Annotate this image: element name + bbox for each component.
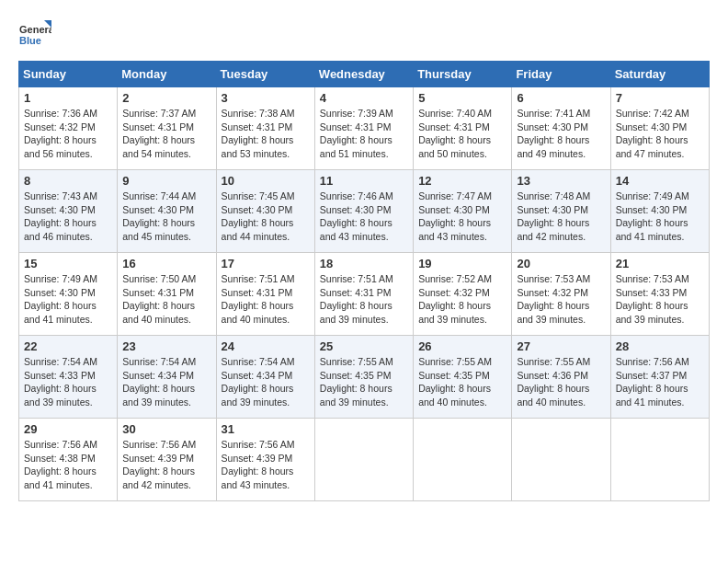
cell-details: Sunrise: 7:49 AMSunset: 4:30 PMDaylight:… [24, 272, 112, 327]
cell-details: Sunrise: 7:55 AMSunset: 4:36 PMDaylight:… [517, 355, 605, 409]
day-number: 22 [24, 339, 112, 353]
col-header-thursday: Thursday [414, 62, 512, 87]
day-number: 7 [616, 91, 704, 105]
calendar-week-row: 22Sunrise: 7:54 AMSunset: 4:33 PMDayligh… [19, 336, 710, 419]
cell-details: Sunrise: 7:42 AMSunset: 4:30 PMDaylight:… [616, 107, 704, 161]
calendar-cell: 8Sunrise: 7:43 AMSunset: 4:30 PMDaylight… [19, 170, 118, 253]
cell-details: Sunrise: 7:44 AMSunset: 4:30 PMDaylight:… [122, 190, 210, 244]
page-header: General Blue [18, 18, 710, 52]
calendar-week-row: 15Sunrise: 7:49 AMSunset: 4:30 PMDayligh… [19, 253, 710, 336]
day-number: 12 [418, 174, 506, 188]
calendar-cell: 26Sunrise: 7:55 AMSunset: 4:35 PMDayligh… [414, 336, 512, 419]
calendar-cell: 28Sunrise: 7:56 AMSunset: 4:37 PMDayligh… [610, 336, 709, 419]
day-number: 18 [320, 257, 408, 270]
day-number: 13 [517, 174, 605, 188]
calendar-cell: 14Sunrise: 7:49 AMSunset: 4:30 PMDayligh… [610, 170, 709, 253]
day-number: 17 [222, 257, 310, 270]
logo: General Blue [18, 18, 51, 52]
day-number: 30 [122, 422, 210, 436]
calendar-week-row: 8Sunrise: 7:43 AMSunset: 4:30 PMDaylight… [19, 170, 710, 253]
calendar-cell: 18Sunrise: 7:51 AMSunset: 4:31 PMDayligh… [314, 253, 413, 336]
calendar-cell: 6Sunrise: 7:41 AMSunset: 4:30 PMDaylight… [512, 87, 610, 170]
day-number: 15 [24, 257, 112, 270]
calendar-cell: 1Sunrise: 7:36 AMSunset: 4:32 PMDaylight… [19, 87, 118, 170]
calendar-cell: 22Sunrise: 7:54 AMSunset: 4:33 PMDayligh… [19, 336, 118, 419]
calendar-cell: 3Sunrise: 7:38 AMSunset: 4:31 PMDaylight… [216, 87, 314, 170]
cell-details: Sunrise: 7:54 AMSunset: 4:34 PMDaylight:… [222, 355, 310, 409]
day-number: 20 [517, 257, 605, 270]
day-number: 16 [122, 257, 210, 270]
day-number: 9 [122, 174, 210, 188]
day-number: 14 [616, 174, 704, 188]
cell-details: Sunrise: 7:56 AMSunset: 4:37 PMDaylight:… [616, 355, 704, 409]
day-number: 25 [320, 339, 408, 353]
calendar-week-row: 1Sunrise: 7:36 AMSunset: 4:32 PMDaylight… [19, 87, 710, 170]
calendar-cell [314, 419, 413, 501]
calendar-cell: 24Sunrise: 7:54 AMSunset: 4:34 PMDayligh… [216, 336, 314, 419]
day-number: 19 [418, 257, 506, 270]
cell-details: Sunrise: 7:43 AMSunset: 4:30 PMDaylight:… [24, 190, 112, 244]
calendar-cell: 30Sunrise: 7:56 AMSunset: 4:39 PMDayligh… [118, 419, 216, 501]
calendar-cell [414, 419, 512, 501]
day-number: 26 [418, 339, 506, 353]
day-number: 31 [222, 422, 310, 436]
cell-details: Sunrise: 7:48 AMSunset: 4:30 PMDaylight:… [517, 190, 605, 244]
cell-details: Sunrise: 7:39 AMSunset: 4:31 PMDaylight:… [320, 107, 408, 161]
cell-details: Sunrise: 7:51 AMSunset: 4:31 PMDaylight:… [222, 272, 310, 327]
cell-details: Sunrise: 7:55 AMSunset: 4:35 PMDaylight:… [418, 355, 506, 409]
calendar-cell [512, 419, 610, 501]
day-number: 5 [418, 91, 506, 105]
calendar-cell: 2Sunrise: 7:37 AMSunset: 4:31 PMDaylight… [118, 87, 216, 170]
day-number: 2 [122, 91, 210, 105]
cell-details: Sunrise: 7:54 AMSunset: 4:34 PMDaylight:… [122, 355, 210, 409]
cell-details: Sunrise: 7:56 AMSunset: 4:39 PMDaylight:… [222, 438, 310, 492]
cell-details: Sunrise: 7:53 AMSunset: 4:32 PMDaylight:… [517, 272, 605, 327]
calendar-cell: 11Sunrise: 7:46 AMSunset: 4:30 PMDayligh… [314, 170, 413, 253]
svg-text:General: General [19, 24, 51, 35]
calendar-cell: 21Sunrise: 7:53 AMSunset: 4:33 PMDayligh… [610, 253, 709, 336]
cell-details: Sunrise: 7:51 AMSunset: 4:31 PMDaylight:… [320, 272, 408, 327]
cell-details: Sunrise: 7:38 AMSunset: 4:31 PMDaylight:… [222, 107, 310, 161]
calendar-cell [610, 419, 709, 501]
cell-details: Sunrise: 7:37 AMSunset: 4:31 PMDaylight:… [122, 107, 210, 161]
calendar-cell: 12Sunrise: 7:47 AMSunset: 4:30 PMDayligh… [414, 170, 512, 253]
day-number: 11 [320, 174, 408, 188]
calendar-cell: 23Sunrise: 7:54 AMSunset: 4:34 PMDayligh… [118, 336, 216, 419]
calendar-cell: 20Sunrise: 7:53 AMSunset: 4:32 PMDayligh… [512, 253, 610, 336]
calendar-cell: 15Sunrise: 7:49 AMSunset: 4:30 PMDayligh… [19, 253, 118, 336]
cell-details: Sunrise: 7:47 AMSunset: 4:30 PMDaylight:… [418, 190, 506, 244]
calendar-header-row: SundayMondayTuesdayWednesdayThursdayFrid… [19, 62, 710, 87]
cell-details: Sunrise: 7:41 AMSunset: 4:30 PMDaylight:… [517, 107, 605, 161]
calendar-cell: 31Sunrise: 7:56 AMSunset: 4:39 PMDayligh… [216, 419, 314, 501]
calendar-table: SundayMondayTuesdayWednesdayThursdayFrid… [18, 61, 710, 501]
cell-details: Sunrise: 7:45 AMSunset: 4:30 PMDaylight:… [222, 190, 310, 244]
col-header-friday: Friday [512, 62, 610, 87]
col-header-wednesday: Wednesday [314, 62, 413, 87]
day-number: 8 [24, 174, 112, 188]
calendar-cell: 4Sunrise: 7:39 AMSunset: 4:31 PMDaylight… [314, 87, 413, 170]
day-number: 1 [24, 91, 112, 105]
calendar-cell: 19Sunrise: 7:52 AMSunset: 4:32 PMDayligh… [414, 253, 512, 336]
cell-details: Sunrise: 7:55 AMSunset: 4:35 PMDaylight:… [320, 355, 408, 409]
cell-details: Sunrise: 7:56 AMSunset: 4:39 PMDaylight:… [122, 438, 210, 492]
cell-details: Sunrise: 7:40 AMSunset: 4:31 PMDaylight:… [418, 107, 506, 161]
day-number: 4 [320, 91, 408, 105]
cell-details: Sunrise: 7:46 AMSunset: 4:30 PMDaylight:… [320, 190, 408, 244]
calendar-cell: 29Sunrise: 7:56 AMSunset: 4:38 PMDayligh… [19, 419, 118, 501]
cell-details: Sunrise: 7:54 AMSunset: 4:33 PMDaylight:… [24, 355, 112, 409]
svg-text:Blue: Blue [19, 35, 41, 46]
day-number: 6 [517, 91, 605, 105]
calendar-cell: 7Sunrise: 7:42 AMSunset: 4:30 PMDaylight… [610, 87, 709, 170]
calendar-cell: 25Sunrise: 7:55 AMSunset: 4:35 PMDayligh… [314, 336, 413, 419]
day-number: 10 [222, 174, 310, 188]
col-header-monday: Monday [118, 62, 216, 87]
day-number: 3 [222, 91, 310, 105]
day-number: 21 [616, 257, 704, 270]
calendar-cell: 13Sunrise: 7:48 AMSunset: 4:30 PMDayligh… [512, 170, 610, 253]
cell-details: Sunrise: 7:49 AMSunset: 4:30 PMDaylight:… [616, 190, 704, 244]
calendar-cell: 5Sunrise: 7:40 AMSunset: 4:31 PMDaylight… [414, 87, 512, 170]
col-header-saturday: Saturday [610, 62, 709, 87]
cell-details: Sunrise: 7:36 AMSunset: 4:32 PMDaylight:… [24, 107, 112, 161]
cell-details: Sunrise: 7:52 AMSunset: 4:32 PMDaylight:… [418, 272, 506, 327]
day-number: 27 [517, 339, 605, 353]
